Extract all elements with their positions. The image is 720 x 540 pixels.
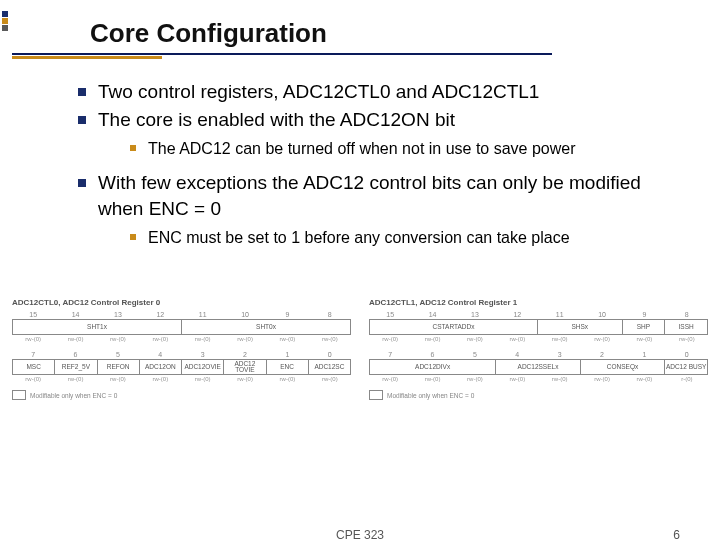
title-underline-accent	[12, 56, 162, 59]
bit-number: 0	[309, 350, 351, 359]
bit-number: 15	[369, 310, 411, 319]
rw-label: rw-(0)	[182, 335, 224, 342]
field-cell: ADC12OVIE	[182, 360, 224, 374]
bit-number: 11	[182, 310, 224, 319]
bit-number: 9	[266, 310, 308, 319]
rw-label: rw-(0)	[97, 335, 139, 342]
register-ctl0: ADC12CTL0, ADC12 Control Register 0 1514…	[12, 298, 351, 500]
reg1-hi-fields: CSTARTADDxSHSxSHPISSH	[369, 319, 708, 335]
rw-label: rw-(0)	[496, 375, 538, 382]
bit-number: 10	[224, 310, 266, 319]
rw-label: rw-(0)	[454, 335, 496, 342]
reg1-legend: Modifiable only when ENC = 0	[369, 390, 708, 400]
bit-number: 6	[411, 350, 453, 359]
reg1-hi-rw: rw-(0)rw-(0)rw-(0)rw-(0)rw-(0)rw-(0)rw-(…	[369, 335, 708, 342]
page-title: Core Configuration	[90, 18, 720, 49]
field-cell: CSTARTADDx	[370, 320, 538, 334]
reg1-legend-text: Modifiable only when ENC = 0	[387, 392, 474, 399]
rw-label: rw-(0)	[581, 335, 623, 342]
bit-number: 1	[623, 350, 665, 359]
rw-label: rw-(0)	[54, 375, 96, 382]
rw-label: rw-(0)	[539, 375, 581, 382]
bit-number: 13	[97, 310, 139, 319]
rw-label: rw-(0)	[539, 335, 581, 342]
bullet-3a: ENC must be set to 1 before any conversi…	[128, 227, 674, 249]
field-cell: ENC	[267, 360, 309, 374]
reg0-hi-bits: 15141312111098	[12, 310, 351, 319]
reg1-title: ADC12CTL1, ADC12 Control Register 1	[369, 298, 708, 307]
bullet-3-text: With few exceptions the ADC12 control bi…	[98, 172, 641, 219]
rw-label: rw-(0)	[623, 375, 665, 382]
rw-label: rw-(0)	[12, 335, 54, 342]
rw-label: rw-(0)	[623, 335, 665, 342]
rw-label: rw-(0)	[139, 335, 181, 342]
bullet-1: Two control registers, ADC12CTL0 and ADC…	[76, 79, 674, 105]
title-area: Core Configuration	[0, 0, 720, 63]
reg0-legend: Modifiable only when ENC = 0	[12, 390, 351, 400]
register-ctl1: ADC12CTL1, ADC12 Control Register 1 1514…	[369, 298, 708, 500]
bit-number: 8	[309, 310, 351, 319]
rw-label: rw-(0)	[266, 335, 308, 342]
field-cell: SHT0x	[182, 320, 350, 334]
reg1-high: 15141312111098 CSTARTADDxSHSxSHPISSH rw-…	[369, 310, 708, 342]
rw-label: rw-(0)	[454, 375, 496, 382]
field-cell: SHT1x	[13, 320, 182, 334]
rw-label: rw-(0)	[369, 335, 411, 342]
reg1-low: 76543210 ADC12DIVxADC12SSELxCONSEQxADC12…	[369, 350, 708, 382]
reg0-hi-fields: SHT1xSHT0x	[12, 319, 351, 335]
register-diagrams: ADC12CTL0, ADC12 Control Register 0 1514…	[12, 298, 708, 500]
field-cell: REFON	[98, 360, 140, 374]
bit-number: 1	[266, 350, 308, 359]
rw-label: rw-(0)	[224, 335, 266, 342]
rw-label: rw-(0)	[224, 375, 266, 382]
reg1-lo-rw: rw-(0)rw-(0)rw-(0)rw-(0)rw-(0)rw-(0)rw-(…	[369, 375, 708, 382]
field-cell: ISSH	[665, 320, 707, 334]
bit-number: 13	[454, 310, 496, 319]
slide: Core Configuration Two control registers…	[0, 0, 720, 540]
field-cell: MSC	[13, 360, 55, 374]
rw-label: rw-(0)	[54, 335, 96, 342]
field-cell: REF2_5V	[55, 360, 97, 374]
bit-number: 15	[12, 310, 54, 319]
title-underline	[12, 53, 552, 55]
bullet-2-text: The core is enabled with the ADC12ON bit	[98, 109, 455, 130]
bit-number: 12	[139, 310, 181, 319]
reg1-lo-bits: 76543210	[369, 350, 708, 359]
rw-label: rw-(0)	[182, 375, 224, 382]
field-cell: SHSx	[538, 320, 623, 334]
bit-number: 4	[496, 350, 538, 359]
rw-label: rw-(0)	[369, 375, 411, 382]
bullet-3: With few exceptions the ADC12 control bi…	[76, 170, 674, 249]
reg0-title: ADC12CTL0, ADC12 Control Register 0	[12, 298, 351, 307]
bit-number: 0	[666, 350, 708, 359]
bullet-2: The core is enabled with the ADC12ON bit…	[76, 107, 674, 160]
footer-course: CPE 323	[336, 528, 384, 540]
bit-number: 14	[411, 310, 453, 319]
field-cell: ADC12 BUSY	[665, 360, 707, 374]
field-cell: SHP	[623, 320, 666, 334]
rw-label: rw-(0)	[496, 335, 538, 342]
reg0-legend-text: Modifiable only when ENC = 0	[30, 392, 117, 399]
bit-number: 3	[182, 350, 224, 359]
bit-number: 7	[12, 350, 54, 359]
rw-label: rw-(0)	[581, 375, 623, 382]
content-area: Two control registers, ADC12CTL0 and ADC…	[76, 79, 674, 249]
footer-page: 6	[673, 528, 680, 540]
bit-number: 2	[581, 350, 623, 359]
rw-label: rw-(0)	[411, 335, 453, 342]
rw-label: rw-(0)	[309, 335, 351, 342]
accent-squares	[0, 10, 10, 50]
bullet-list: Two control registers, ADC12CTL0 and ADC…	[76, 79, 674, 249]
bit-number: 9	[623, 310, 665, 319]
legend-box-icon	[369, 390, 383, 400]
reg0-lo-rw: rw-(0)rw-(0)rw-(0)rw-(0)rw-(0)rw-(0)rw-(…	[12, 375, 351, 382]
bit-number: 3	[539, 350, 581, 359]
bit-number: 11	[539, 310, 581, 319]
reg1-lo-fields: ADC12DIVxADC12SSELxCONSEQxADC12 BUSY	[369, 359, 708, 375]
rw-label: rw-(0)	[266, 375, 308, 382]
rw-label: rw-(0)	[411, 375, 453, 382]
reg1-hi-bits: 15141312111098	[369, 310, 708, 319]
bit-number: 8	[666, 310, 708, 319]
reg0-hi-rw: rw-(0)rw-(0)rw-(0)rw-(0)rw-(0)rw-(0)rw-(…	[12, 335, 351, 342]
field-cell: CONSEQx	[581, 360, 666, 374]
